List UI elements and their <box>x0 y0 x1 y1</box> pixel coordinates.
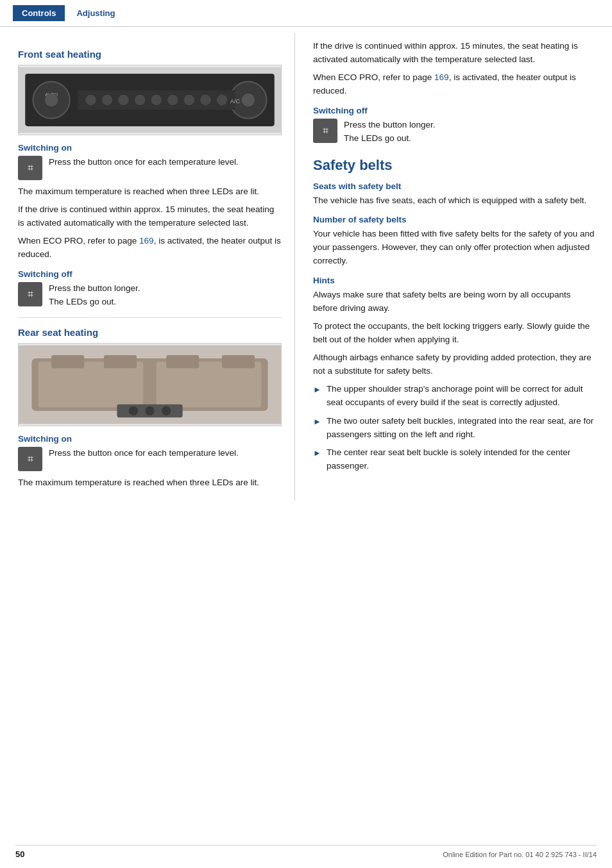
link-169-right[interactable]: 169 <box>434 72 449 82</box>
bullet-text-1: The upper shoulder strap's anchorage poi… <box>327 383 597 410</box>
bullet-arrow-3: ► <box>313 447 321 460</box>
svg-point-6 <box>242 94 255 106</box>
right-front-body2: When ECO PRO, refer to page 169, is acti… <box>313 71 597 98</box>
front-switching-off-texts: Press the button longer. The LEDs go out… <box>49 282 140 309</box>
svg-point-4 <box>45 94 58 106</box>
svg-rect-21 <box>157 362 262 408</box>
bullet-item-2: ► The two outer safety belt buckles, int… <box>313 415 597 442</box>
svg-point-14 <box>184 95 194 105</box>
seats-with-heading: Seats with safety belt <box>313 181 597 191</box>
svg-point-10 <box>118 95 128 105</box>
front-on-body2: If the drive is continued within approx.… <box>18 203 282 230</box>
page-number: 50 <box>15 849 24 859</box>
svg-point-29 <box>162 406 171 415</box>
seat-heat-icon-right-off: ⌗ <box>313 119 337 143</box>
safety-belts-heading: Safety belts <box>313 157 597 174</box>
front-off-text2: The LEDs go out. <box>49 296 140 309</box>
link-169-left[interactable]: 169 <box>139 236 154 246</box>
front-off-text1: Press the button longer. <box>49 282 140 296</box>
front-switching-on-row: ⌗ Press the button once for each tempera… <box>18 156 282 180</box>
svg-point-15 <box>200 95 210 105</box>
rear-seat-heading: Rear seat heating <box>18 327 282 338</box>
bullet-arrow-2: ► <box>313 415 321 428</box>
footer: 50 Online Edition for Part no. 01 40 2 9… <box>0 845 612 859</box>
front-on-body3: When ECO PRO, refer to page 169, is acti… <box>18 235 282 262</box>
svg-point-28 <box>145 406 154 415</box>
rear-seat-image <box>18 343 282 426</box>
footer-line <box>15 845 597 846</box>
front-on-body1: The maximum temperature is reached when … <box>18 185 282 199</box>
svg-rect-25 <box>222 355 255 368</box>
seat-heat-icon-front-on: ⌗ <box>18 156 42 180</box>
svg-rect-24 <box>166 355 199 368</box>
rear-on-body1: The maximum temperature is reached when … <box>18 476 282 490</box>
svg-rect-23 <box>104 355 137 368</box>
header: Controls Adjusting <box>0 0 612 27</box>
hints-bullet-list: ► The upper shoulder strap's anchorage p… <box>313 383 597 474</box>
right-switching-off-row: ⌗ Press the button longer. The LEDs go o… <box>313 119 597 146</box>
rear-switching-on-row: ⌗ Press the button once for each tempera… <box>18 447 282 471</box>
main-content: Front seat heating AUTO <box>0 27 612 520</box>
divider-rear <box>18 317 282 318</box>
seats-with-body: The vehicle has five seats, each of whic… <box>313 194 597 208</box>
footer-content: 50 Online Edition for Part no. 01 40 2 9… <box>15 849 597 859</box>
bullet-item-3: ► The center rear seat belt buckle is so… <box>313 446 597 473</box>
number-body: Your vehicle has been fitted with five s… <box>313 228 597 268</box>
svg-rect-22 <box>51 355 84 368</box>
svg-point-13 <box>167 95 178 105</box>
tab-adjusting[interactable]: Adjusting <box>67 5 124 21</box>
bullet-item-1: ► The upper shoulder strap's anchorage p… <box>313 383 597 410</box>
bullet-arrow-1: ► <box>313 383 321 396</box>
left-column: Front seat heating AUTO <box>0 33 295 501</box>
tab-controls[interactable]: Controls <box>13 5 65 21</box>
hints-body1: Always make sure that safety belts are b… <box>313 288 597 315</box>
rear-switching-on-heading: Switching on <box>18 434 282 444</box>
svg-point-16 <box>217 95 227 105</box>
bullet-text-2: The two outer safety belt buckles, integ… <box>327 415 597 442</box>
front-seat-image: AUTO A/C <box>18 65 282 135</box>
svg-point-27 <box>129 406 138 415</box>
svg-point-8 <box>85 95 96 105</box>
bullet-text-3: The center rear seat belt buckle is sole… <box>327 446 597 473</box>
number-heading: Number of safety belts <box>313 215 597 224</box>
right-switching-off-heading: Switching off <box>313 106 597 115</box>
front-switching-on-text: Press the button once for each temperatu… <box>49 156 239 169</box>
svg-point-9 <box>102 95 112 105</box>
svg-rect-20 <box>38 362 144 408</box>
seat-heat-icon-front-off: ⌗ <box>18 282 42 306</box>
rear-switching-on-text: Press the button once for each temperatu… <box>49 447 239 460</box>
right-front-body1: If the drive is continued within approx.… <box>313 40 597 67</box>
front-switching-off-row: ⌗ Press the button longer. The LEDs go o… <box>18 282 282 309</box>
svg-point-11 <box>135 95 145 105</box>
hints-body2: To protect the occupants, the belt locki… <box>313 320 597 347</box>
svg-text:A/C: A/C <box>230 98 241 104</box>
front-seat-heading: Front seat heating <box>18 49 282 60</box>
right-off-text2: The LEDs go out. <box>344 132 436 146</box>
right-column: If the drive is continued within approx.… <box>295 33 612 501</box>
front-switching-on-heading: Switching on <box>18 143 282 153</box>
front-switching-off-heading: Switching off <box>18 269 282 279</box>
hints-body3: Although airbags enhance safety by provi… <box>313 351 597 378</box>
right-off-text1: Press the button longer. <box>344 119 436 132</box>
footer-edition-text: Online Edition for Part no. 01 40 2 925 … <box>443 851 597 858</box>
seat-heat-icon-rear-on: ⌗ <box>18 447 42 471</box>
right-switching-off-texts: Press the button longer. The LEDs go out… <box>344 119 436 146</box>
hints-heading: Hints <box>313 276 597 285</box>
svg-point-12 <box>151 95 162 105</box>
